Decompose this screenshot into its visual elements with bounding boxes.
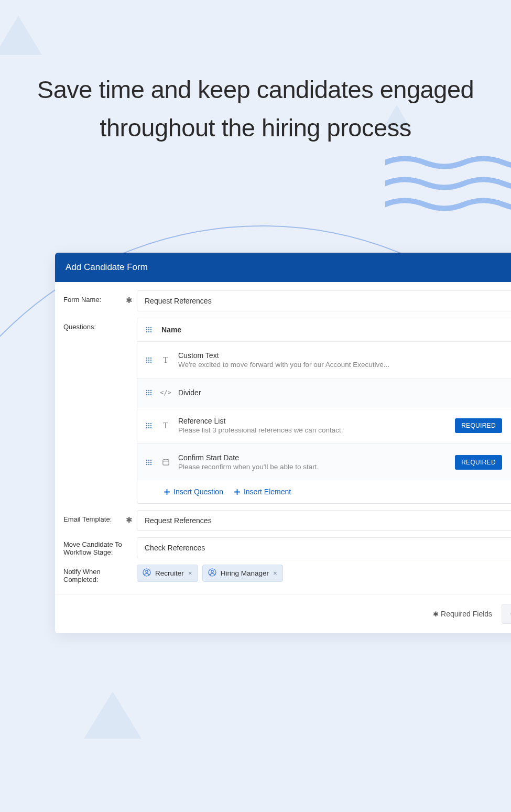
svg-point-8: [150, 331, 151, 332]
svg-point-3: [146, 329, 147, 330]
insert-question-label: Insert Question: [173, 488, 223, 496]
questions-list: Name T Custom Text We're excited to move…: [137, 318, 511, 504]
svg-point-27: [146, 423, 147, 424]
svg-point-26: [150, 394, 151, 395]
move-stage-input[interactable]: [137, 537, 511, 558]
svg-point-44: [150, 463, 151, 464]
svg-point-2: [150, 327, 151, 328]
svg-rect-45: [162, 460, 168, 465]
chip-label: Recruiter: [155, 569, 184, 577]
add-candidate-form-window: Add Candidate Form Form Name: ✱ Question…: [55, 253, 511, 633]
questions-label: Questions:: [63, 323, 96, 331]
cancel-button[interactable]: Ca: [502, 604, 511, 624]
svg-point-50: [146, 570, 148, 572]
page-headline: Save time and keep candidates engaged th…: [0, 71, 511, 147]
drag-handle-icon[interactable]: [146, 389, 153, 396]
text-type-icon: T: [161, 355, 170, 365]
window-title: Add Candidate Form: [55, 253, 511, 282]
drag-handle-icon[interactable]: [146, 459, 153, 465]
drag-handle-icon[interactable]: [146, 357, 153, 363]
drag-handle-icon: [146, 327, 153, 333]
svg-point-16: [148, 361, 149, 362]
svg-point-19: [148, 390, 149, 391]
required-badge: REQUIRED: [455, 418, 502, 433]
question-subtitle: Please list 3 professional references we…: [178, 426, 447, 434]
svg-point-39: [146, 461, 147, 462]
svg-point-32: [150, 425, 151, 426]
svg-point-18: [146, 390, 147, 391]
questions-column-header: Name: [161, 326, 181, 334]
insert-element-button[interactable]: Insert Element: [234, 488, 291, 496]
svg-point-20: [150, 390, 151, 391]
move-stage-label: Move Candidate To Workflow Stage:: [63, 540, 137, 556]
svg-point-1: [148, 327, 149, 328]
svg-point-33: [146, 427, 147, 428]
question-row[interactable]: </> Divider -: [137, 378, 511, 407]
svg-point-4: [148, 329, 149, 330]
chip-label: Hiring Manager: [221, 569, 269, 577]
date-type-icon: [161, 458, 170, 466]
required-asterisk: ✱: [126, 515, 133, 525]
person-icon: [208, 568, 216, 578]
svg-point-22: [148, 392, 149, 393]
svg-point-9: [146, 357, 147, 358]
person-icon: [143, 568, 151, 578]
notify-chip-recruiter[interactable]: Recruiter ×: [137, 565, 198, 582]
svg-point-12: [146, 359, 147, 360]
plus-icon: [234, 489, 241, 495]
svg-point-13: [148, 359, 149, 360]
plus-icon: [164, 489, 170, 495]
svg-point-37: [148, 459, 149, 460]
text-type-icon: T: [161, 421, 170, 430]
insert-element-label: Insert Element: [244, 488, 291, 496]
email-template-label: Email Template:: [63, 515, 112, 523]
required-asterisk: ✱: [126, 296, 133, 305]
svg-point-41: [150, 461, 151, 462]
svg-point-23: [150, 392, 151, 393]
remove-chip-icon[interactable]: ×: [273, 569, 277, 577]
decorative-triangle: [0, 16, 42, 55]
drag-handle-icon[interactable]: [146, 423, 153, 429]
notify-chips[interactable]: Recruiter × Hiring Manager ×: [137, 565, 511, 582]
svg-point-35: [150, 427, 151, 428]
question-row[interactable]: T Custom Text We're excited to move forw…: [137, 342, 511, 378]
svg-point-31: [148, 425, 149, 426]
svg-point-0: [146, 327, 147, 328]
svg-point-14: [150, 359, 151, 360]
required-badge: REQUIRED: [455, 455, 502, 470]
svg-point-40: [148, 461, 149, 462]
svg-point-42: [146, 463, 147, 464]
svg-point-36: [146, 459, 147, 460]
insert-question-button[interactable]: Insert Question: [164, 488, 223, 496]
question-subtitle: We're excited to move forward with you f…: [178, 361, 507, 369]
notify-label: Notify When Completed:: [63, 568, 137, 583]
svg-point-28: [148, 423, 149, 424]
remove-chip-icon[interactable]: ×: [188, 569, 192, 577]
form-name-label: Form Name:: [63, 296, 101, 304]
svg-point-10: [148, 357, 149, 358]
svg-point-15: [146, 361, 147, 362]
svg-point-21: [146, 392, 147, 393]
form-name-input[interactable]: [137, 290, 511, 311]
question-subtitle: Please reconfirm when you'll be able to …: [178, 463, 447, 471]
svg-point-6: [146, 331, 147, 332]
question-row[interactable]: T Reference List Please list 3 professio…: [137, 407, 511, 444]
question-title: Reference List: [178, 417, 447, 425]
question-title: Confirm Start Date: [178, 453, 447, 462]
svg-point-29: [150, 423, 151, 424]
svg-point-17: [150, 361, 151, 362]
svg-point-34: [148, 427, 149, 428]
notify-chip-hiring-manager[interactable]: Hiring Manager ×: [202, 565, 283, 582]
svg-point-24: [146, 394, 147, 395]
svg-point-5: [150, 329, 151, 330]
svg-point-52: [211, 570, 213, 572]
svg-point-43: [148, 463, 149, 464]
decorative-waves: [385, 152, 511, 217]
question-row[interactable]: Confirm Start Date Please reconfirm when…: [137, 444, 511, 480]
svg-point-11: [150, 357, 151, 358]
svg-point-38: [150, 459, 151, 460]
svg-point-7: [148, 331, 149, 332]
email-template-input[interactable]: [137, 510, 511, 531]
required-fields-note: ✱ Required Fields: [433, 610, 492, 618]
svg-point-30: [146, 425, 147, 426]
